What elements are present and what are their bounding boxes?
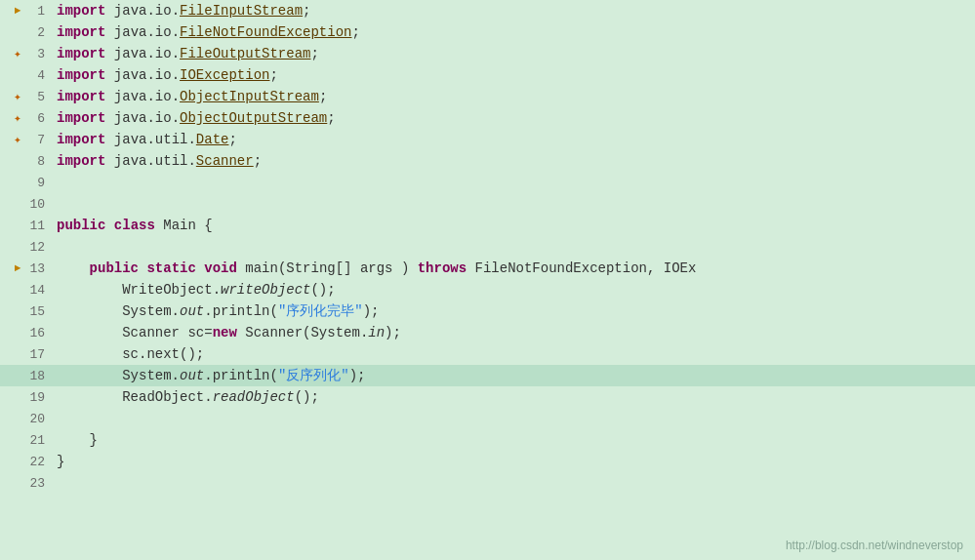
keyword: import xyxy=(57,132,105,147)
code-text: java.util. xyxy=(105,153,195,169)
line-gutter: 8 xyxy=(0,154,49,169)
line-gutter: 23 xyxy=(0,476,49,491)
code-text: FileNotFoundException, IOEx xyxy=(467,260,696,276)
bookmark-icon: ✦ xyxy=(10,110,25,126)
code-line: 18 System.out.println("反序列化"); xyxy=(0,365,975,386)
code-text: java.io. xyxy=(105,46,180,61)
empty-icon xyxy=(10,305,25,317)
code-text: sc.next(); xyxy=(57,346,204,362)
line-number: 17 xyxy=(25,347,45,362)
line-content: Scanner sc=new Scanner(System.in); xyxy=(49,322,975,343)
code-text: java.io. xyxy=(105,3,180,19)
line-content: import java.util.Date; xyxy=(49,129,975,150)
line-content: } xyxy=(49,451,975,472)
line-gutter: 12 xyxy=(0,240,49,255)
line-gutter: ►13 xyxy=(0,261,49,276)
code-text: System. xyxy=(57,303,180,319)
line-content: sc.next(); xyxy=(49,343,975,365)
method-name: out xyxy=(180,303,204,319)
import-class: FileInputStream xyxy=(180,3,303,19)
code-text: ); xyxy=(349,368,366,383)
code-text: } xyxy=(57,432,98,448)
code-text: java.util. xyxy=(105,132,195,147)
code-text xyxy=(57,260,90,276)
line-number: 18 xyxy=(25,369,45,383)
line-number: 9 xyxy=(25,176,45,190)
line-number: 2 xyxy=(25,25,45,40)
keyword: import xyxy=(57,153,105,169)
keyword: import xyxy=(57,110,105,126)
line-number: 5 xyxy=(25,90,45,104)
code-line: 23 xyxy=(0,472,975,494)
code-line: 21 } xyxy=(0,429,975,451)
code-line: 2import java.io.FileNotFoundException; xyxy=(0,21,975,43)
code-text: ; xyxy=(327,110,335,126)
line-number: 23 xyxy=(25,476,45,491)
line-content: import java.io.FileNotFoundException; xyxy=(49,21,975,43)
code-line: 15 System.out.println("序列化完毕"); xyxy=(0,300,975,322)
line-gutter: 4 xyxy=(0,68,49,83)
line-number: 1 xyxy=(25,4,45,19)
code-text: java.io. xyxy=(105,67,180,83)
line-gutter: ✦7 xyxy=(0,132,49,147)
line-content xyxy=(49,408,975,429)
import-class: FileOutputStream xyxy=(180,46,310,61)
line-content: System.out.println("序列化完毕"); xyxy=(49,300,975,322)
bookmark-icon: ✦ xyxy=(10,89,25,104)
empty-icon xyxy=(10,370,25,381)
code-line: 12 xyxy=(0,236,975,258)
code-line: 8import java.util.Scanner; xyxy=(0,150,975,172)
keyword: public xyxy=(57,218,105,233)
empty-icon xyxy=(10,477,25,489)
code-line: 20 xyxy=(0,408,975,429)
bookmark-icon: ✦ xyxy=(10,132,25,147)
code-line: 4import java.io.IOException; xyxy=(0,64,975,86)
code-text: Scanner sc= xyxy=(57,325,213,340)
code-text: java.io. xyxy=(105,110,180,126)
line-content: import java.io.ObjectOutputStream; xyxy=(49,107,975,129)
empty-icon xyxy=(10,220,25,231)
code-text: (); xyxy=(295,389,319,405)
empty-icon xyxy=(10,348,25,360)
line-gutter: 15 xyxy=(0,304,49,319)
line-number: 21 xyxy=(25,433,45,448)
line-number: 14 xyxy=(25,283,45,298)
line-number: 16 xyxy=(25,326,45,340)
line-gutter: 9 xyxy=(0,176,49,190)
line-number: 10 xyxy=(25,197,45,212)
line-number: 7 xyxy=(25,133,45,147)
line-gutter: 22 xyxy=(0,455,49,469)
line-gutter: 21 xyxy=(0,433,49,448)
empty-icon xyxy=(10,327,25,339)
code-line: ►13 public static void main(String[] arg… xyxy=(0,258,975,279)
code-line: 14 WriteObject.writeObject(); xyxy=(0,279,975,300)
line-gutter: ►1 xyxy=(0,4,49,19)
import-class: ObjectInputStream xyxy=(180,89,319,104)
import-class: Scanner xyxy=(196,153,254,169)
method-name: readObject xyxy=(213,389,295,405)
empty-icon xyxy=(10,413,25,424)
code-line: 17 sc.next(); xyxy=(0,343,975,365)
string-literal: "序列化完毕" xyxy=(278,303,363,319)
import-class: IOException xyxy=(180,67,269,83)
code-text: ; xyxy=(351,24,359,40)
code-line: 10 xyxy=(0,193,975,215)
line-gutter: 16 xyxy=(0,326,49,340)
code-line: ✦6import java.io.ObjectOutputStream; xyxy=(0,107,975,129)
line-number: 6 xyxy=(25,111,45,126)
empty-icon xyxy=(10,284,25,296)
line-gutter: 17 xyxy=(0,347,49,362)
empty-icon xyxy=(10,241,25,253)
import-class: ObjectOutputStream xyxy=(180,110,327,126)
keyword: public xyxy=(90,260,139,276)
line-number: 3 xyxy=(25,47,45,61)
code-text: .println( xyxy=(204,368,278,383)
code-text: Main { xyxy=(155,218,213,233)
keyword: static xyxy=(146,260,195,276)
string-literal: "反序列化" xyxy=(278,368,349,383)
line-number: 13 xyxy=(25,261,45,276)
code-line: ✦5import java.io.ObjectInputStream; xyxy=(0,86,975,107)
empty-icon xyxy=(10,456,25,467)
line-number: 15 xyxy=(25,304,45,319)
code-line: 11public class Main { xyxy=(0,215,975,236)
